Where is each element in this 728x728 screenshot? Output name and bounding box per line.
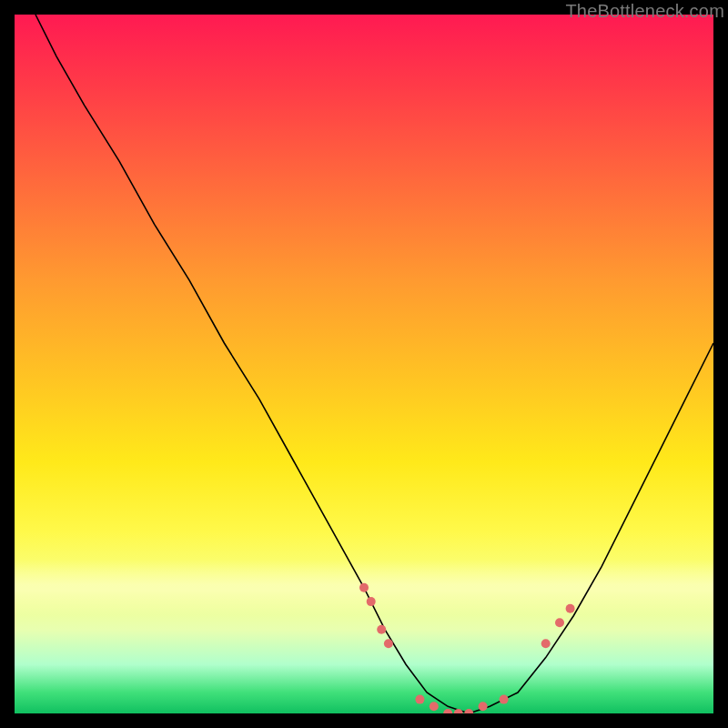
curve-marker bbox=[443, 709, 452, 713]
chart-overlay-svg bbox=[15, 15, 713, 713]
chart-plot-area bbox=[15, 15, 713, 713]
curve-marker bbox=[415, 695, 424, 704]
marker-group bbox=[359, 583, 575, 713]
curve-marker bbox=[384, 639, 393, 648]
curve-marker bbox=[566, 604, 575, 613]
curve-marker bbox=[367, 597, 376, 606]
curve-marker bbox=[555, 618, 564, 627]
curve-marker bbox=[500, 695, 509, 704]
curve-marker bbox=[430, 702, 439, 711]
bottleneck-curve bbox=[35, 15, 713, 713]
attribution-label: TheBottleneck.com bbox=[565, 1, 724, 22]
curve-marker bbox=[464, 709, 473, 713]
curve-marker bbox=[479, 702, 488, 711]
curve-marker bbox=[541, 639, 551, 648]
curve-marker bbox=[377, 625, 386, 634]
chart-frame: TheBottleneck.com bbox=[0, 0, 728, 728]
curve-marker bbox=[359, 583, 369, 592]
